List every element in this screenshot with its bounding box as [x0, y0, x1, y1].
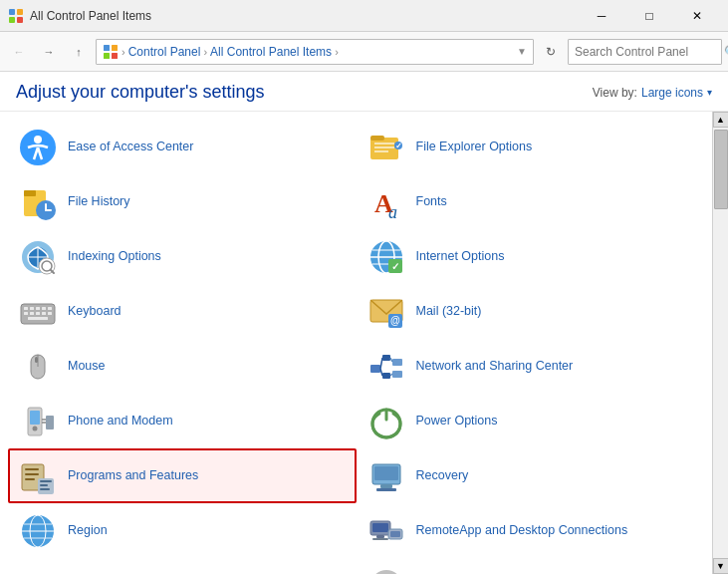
svg-rect-59	[382, 355, 390, 361]
close-button[interactable]: ✕	[674, 0, 720, 32]
content-header: Adjust your computer's settings View by:…	[0, 72, 728, 112]
minimize-button[interactable]: ─	[579, 0, 624, 32]
control-panel-icon	[103, 44, 119, 60]
svg-rect-20	[24, 190, 36, 196]
scroll-down-button[interactable]: ▼	[713, 558, 729, 574]
item-internet-options[interactable]: ✓ Internet Options	[357, 229, 705, 284]
svg-rect-49	[48, 312, 52, 315]
view-by-value[interactable]: Large icons	[641, 86, 703, 100]
breadcrumb-all-items[interactable]: All Control Panel Items	[210, 45, 332, 59]
item-region[interactable]: Region	[8, 503, 357, 558]
back-button[interactable]: ←	[6, 39, 32, 65]
svg-rect-63	[392, 359, 402, 366]
breadcrumb-control-panel[interactable]: Control Panel	[128, 45, 201, 59]
svg-rect-86	[374, 466, 398, 480]
recovery-icon	[366, 456, 406, 496]
svg-rect-48	[42, 312, 46, 315]
up-button[interactable]: ↑	[66, 39, 92, 65]
power-options-label: Power Options	[416, 413, 498, 429]
main-content: Adjust your computer's settings View by:…	[0, 72, 728, 574]
svg-rect-77	[25, 468, 39, 470]
internet-options-icon: ✓	[366, 237, 406, 277]
region-icon	[18, 511, 58, 551]
item-sound[interactable]: Sound	[357, 558, 705, 574]
item-file-explorer-options[interactable]: ✓ File Explorer Options	[357, 120, 705, 174]
mail-icon: @	[366, 292, 406, 332]
search-input[interactable]	[575, 45, 724, 59]
svg-rect-64	[392, 371, 402, 378]
scroll-thumb[interactable]	[714, 130, 728, 209]
recovery-label: Recovery	[416, 467, 469, 483]
ease-of-access-icon	[18, 128, 58, 167]
svg-rect-78	[25, 473, 39, 475]
svg-rect-7	[112, 53, 118, 59]
item-file-history[interactable]: File History	[8, 174, 357, 229]
svg-rect-50	[28, 317, 48, 320]
breadcrumb: › Control Panel › All Control Panel Item…	[103, 44, 339, 60]
file-history-label: File History	[68, 193, 130, 209]
scrollbar[interactable]: ▲ ▼	[712, 112, 728, 574]
item-network-sharing[interactable]: Network and Sharing Center	[357, 339, 705, 394]
item-recovery[interactable]: Recovery	[357, 448, 705, 503]
svg-rect-57	[35, 357, 38, 363]
item-phone-modem[interactable]: Phone and Modem	[8, 394, 357, 448]
item-indexing-options[interactable]: Indexing Options	[8, 229, 357, 284]
view-by-control: View by: Large icons ▾	[593, 86, 712, 100]
item-security-maintenance[interactable]: Security and Maintenance	[8, 558, 357, 574]
svg-point-9	[34, 136, 42, 144]
item-power-options[interactable]: Power Options	[357, 394, 705, 448]
address-dropdown[interactable]: ▼	[517, 46, 527, 57]
keyboard-icon	[18, 292, 58, 332]
svg-rect-79	[25, 478, 35, 480]
scroll-up-button[interactable]: ▲	[713, 112, 729, 128]
address-box[interactable]: › Control Panel › All Control Panel Item…	[96, 39, 534, 65]
svg-rect-70	[46, 416, 54, 430]
page-title: Adjust your computer's settings	[16, 82, 265, 103]
svg-rect-97	[376, 535, 384, 538]
svg-point-105	[370, 570, 402, 575]
titlebar: All Control Panel Items ─ □ ✕	[0, 0, 728, 32]
item-remoteapp[interactable]: RemoteApp and Desktop Connections	[357, 503, 705, 558]
mouse-label: Mouse	[68, 358, 106, 374]
titlebar-icon	[8, 8, 24, 24]
network-sharing-icon	[366, 347, 406, 387]
svg-rect-96	[372, 523, 388, 532]
programs-features-label: Programs and Features	[68, 467, 198, 483]
item-mouse[interactable]: Mouse	[8, 339, 357, 394]
svg-rect-98	[372, 538, 388, 540]
svg-rect-82	[40, 484, 48, 486]
item-fonts[interactable]: A a Fonts	[357, 174, 705, 229]
item-programs-features[interactable]: Programs and Features	[8, 448, 357, 503]
svg-rect-47	[36, 312, 40, 315]
svg-rect-14	[374, 143, 394, 144]
maximize-button[interactable]: □	[626, 0, 672, 32]
svg-rect-2	[9, 17, 15, 23]
svg-text:✓: ✓	[394, 142, 401, 150]
search-icon[interactable]: 🔍	[724, 45, 728, 59]
search-box[interactable]: 🔍	[568, 39, 722, 65]
view-by-chevron[interactable]: ▾	[707, 87, 712, 98]
svg-point-69	[33, 426, 38, 430]
svg-rect-81	[40, 480, 52, 482]
fonts-label: Fonts	[416, 193, 447, 209]
item-mail[interactable]: @ Mail (32-bit)	[357, 284, 705, 339]
svg-rect-41	[30, 307, 34, 310]
svg-text:✓: ✓	[391, 261, 399, 272]
items-grid: Ease of Access Center ✓ File Explorer Op…	[0, 112, 712, 574]
svg-rect-68	[30, 411, 40, 425]
forward-button[interactable]: →	[36, 39, 62, 65]
svg-line-61	[380, 358, 382, 369]
refresh-button[interactable]: ↻	[538, 39, 564, 65]
security-maintenance-icon	[18, 566, 58, 575]
svg-line-62	[380, 369, 382, 376]
svg-rect-15	[374, 146, 394, 148]
svg-line-65	[390, 358, 392, 362]
indexing-options-label: Indexing Options	[68, 248, 161, 264]
sound-icon	[366, 566, 406, 575]
svg-rect-40	[24, 307, 28, 310]
item-keyboard[interactable]: Keyboard	[8, 284, 357, 339]
mouse-icon	[18, 347, 58, 387]
titlebar-title: All Control Panel Items	[30, 9, 579, 23]
item-ease-of-access[interactable]: Ease of Access Center	[8, 120, 357, 174]
svg-rect-83	[40, 488, 50, 490]
